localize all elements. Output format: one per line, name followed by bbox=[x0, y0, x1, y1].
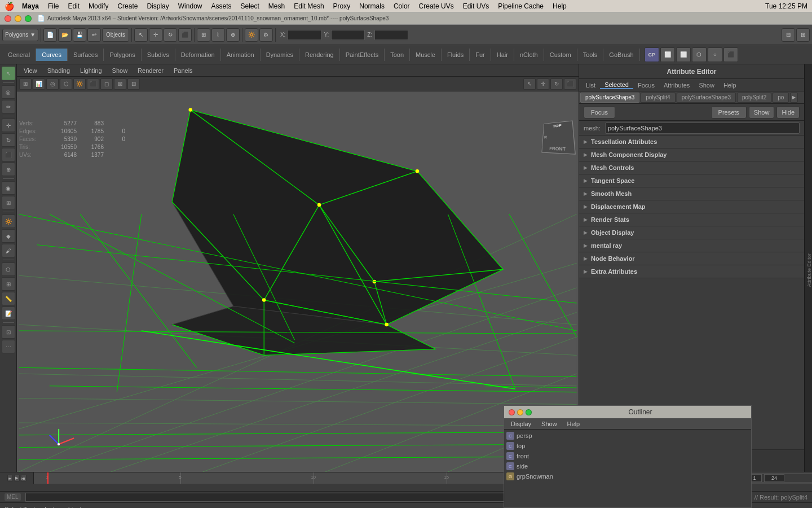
menu-edit[interactable]: Edit bbox=[68, 2, 80, 10]
menu-proxy[interactable]: Proxy bbox=[333, 2, 351, 10]
menu-mesh[interactable]: Mesh bbox=[268, 2, 285, 10]
section-tangent-header[interactable]: ▶ Tangent Space bbox=[579, 174, 804, 187]
attr-tab-help[interactable]: Help bbox=[719, 82, 741, 89]
menu-select[interactable]: Select bbox=[241, 2, 259, 10]
shelf-tab-ncloth[interactable]: nCloth bbox=[514, 49, 544, 61]
outliner-help-menu[interactable]: Help bbox=[563, 421, 585, 427]
section-object-display-header[interactable]: ▶ Object Display bbox=[579, 226, 804, 239]
show-menu[interactable]: Show bbox=[108, 64, 133, 77]
shelf-tab-fluids[interactable]: Fluids bbox=[442, 49, 470, 61]
prev-frame-btn[interactable]: ⏮ bbox=[7, 475, 13, 481]
vp-move-btn[interactable]: ✛ bbox=[537, 78, 549, 90]
hypershade-btn[interactable]: ◆ bbox=[2, 229, 15, 243]
scale-tool-btn[interactable]: ⬛ bbox=[178, 28, 192, 42]
vp-btn-1[interactable]: ⊞ bbox=[19, 78, 32, 90]
shelf-tab-tools[interactable]: Tools bbox=[577, 49, 604, 61]
vp-btn-8[interactable]: ⊠ bbox=[114, 78, 126, 90]
shape-tab-polysplit4[interactable]: polySplit4 bbox=[641, 93, 675, 103]
view-menu[interactable]: View bbox=[19, 64, 42, 77]
show-button[interactable]: Show bbox=[749, 106, 775, 119]
focus-button[interactable]: Focus bbox=[584, 106, 615, 119]
menu-color[interactable]: Color bbox=[394, 2, 410, 10]
soft-select-btn[interactable]: ◉ bbox=[2, 181, 15, 195]
attr-tab-focus[interactable]: Focus bbox=[633, 82, 659, 89]
outliner-item-top[interactable]: C top bbox=[506, 441, 749, 451]
minimize-button[interactable] bbox=[15, 15, 21, 22]
end-frame-field[interactable]: 24 bbox=[764, 474, 784, 482]
outliner-show-menu[interactable]: Show bbox=[537, 421, 562, 427]
menu-create-uvs[interactable]: Create UVs bbox=[419, 2, 454, 10]
menu-pipeline-cache[interactable]: Pipeline Cache bbox=[498, 2, 544, 10]
snap-curve-btn[interactable]: ⌇ bbox=[211, 28, 225, 42]
lighting-menu[interactable]: Lighting bbox=[76, 64, 107, 77]
shelf-tab-toon[interactable]: Toon bbox=[385, 49, 410, 61]
menu-edit-uvs[interactable]: Edit UVs bbox=[463, 2, 489, 10]
shape-tab-polysplit2[interactable]: polySplit2 bbox=[737, 93, 771, 103]
play-btn[interactable]: ▶ bbox=[14, 475, 20, 481]
menu-assets[interactable]: Assets bbox=[211, 2, 231, 10]
polygon-display-btn[interactable]: ⬡ bbox=[2, 262, 15, 276]
shelf-icon-3[interactable]: ⬡ bbox=[692, 47, 707, 62]
select-tool-btn[interactable]: ↖ bbox=[2, 67, 15, 80]
close-button[interactable] bbox=[5, 15, 11, 22]
menu-create[interactable]: Create bbox=[117, 2, 138, 10]
save-btn[interactable]: 💾 bbox=[73, 28, 86, 42]
shelf-tab-animation[interactable]: Animation bbox=[221, 49, 261, 61]
shelf-tab-muscle[interactable]: Muscle bbox=[410, 49, 442, 61]
outliner-item-grpsnowman[interactable]: G grpSnowman bbox=[506, 471, 749, 481]
menu-edit-mesh[interactable]: Edit Mesh bbox=[294, 2, 324, 10]
playhead[interactable] bbox=[47, 472, 48, 484]
menu-modify[interactable]: Modify bbox=[89, 2, 108, 10]
shelf-tab-general[interactable]: General bbox=[2, 49, 36, 61]
shelf-icon-4[interactable]: ○ bbox=[708, 47, 722, 62]
move-tool-btn[interactable]: ✛ bbox=[149, 28, 162, 42]
shelf-tab-deformation[interactable]: Deformation bbox=[175, 49, 221, 61]
section-extra-attrs-header[interactable]: ▶ Extra Attributes bbox=[579, 265, 804, 278]
apple-menu[interactable]: 🍎 bbox=[5, 2, 14, 11]
shelf-tab-curves[interactable]: Curves bbox=[36, 49, 68, 61]
annotate-btn[interactable]: 📝 bbox=[2, 306, 15, 320]
shelf-tab-gobrush[interactable]: GoBrush bbox=[603, 49, 639, 61]
shelf-tab-fur[interactable]: Fur bbox=[470, 49, 491, 61]
new-file-btn[interactable]: 📄 bbox=[43, 28, 57, 42]
vp-btn-4[interactable]: ⬡ bbox=[60, 78, 72, 90]
open-file-btn[interactable]: 📂 bbox=[58, 28, 72, 42]
paint-skin-btn[interactable]: 🖌 bbox=[2, 244, 15, 257]
shape-tab-po[interactable]: po bbox=[773, 93, 789, 103]
scale-btn[interactable]: ⬛ bbox=[2, 148, 15, 161]
y-field[interactable] bbox=[331, 30, 365, 40]
attr-tab-attributes[interactable]: Attributes bbox=[659, 82, 694, 89]
snap-grid-btn[interactable]: ⊞ bbox=[197, 28, 210, 42]
attr-tab-show[interactable]: Show bbox=[694, 82, 719, 89]
mesh-name-field[interactable]: polySurfaceShape3 bbox=[605, 122, 800, 134]
shelf-icon-cp[interactable]: CP bbox=[645, 47, 659, 62]
grid-btn[interactable]: ⊞ bbox=[2, 277, 15, 291]
section-node-behavior-header[interactable]: ▶ Node Behavior bbox=[579, 252, 804, 265]
paint-select-btn[interactable]: ✏ bbox=[2, 100, 15, 113]
shelf-icon-1[interactable]: ⬜ bbox=[660, 47, 675, 62]
shelf-icon-5[interactable]: ⬛ bbox=[723, 47, 738, 62]
vp-btn-5[interactable]: 🔆 bbox=[73, 78, 86, 90]
outliner-item-front[interactable]: C front bbox=[506, 451, 749, 461]
section-smooth-header[interactable]: ▶ Smooth Mesh bbox=[579, 187, 804, 200]
shading-menu[interactable]: Shading bbox=[43, 64, 74, 77]
crease-btn[interactable]: ⋯ bbox=[2, 340, 15, 353]
shape-tab-polysurface3b[interactable]: polySurfaceShape3 bbox=[677, 93, 736, 103]
shelf-icon-2[interactable]: ⬜ bbox=[676, 47, 691, 62]
shelf-tab-subdivs[interactable]: Subdivs bbox=[142, 49, 175, 61]
vp-rotate-btn[interactable]: ↻ bbox=[550, 78, 563, 90]
show-manip-btn[interactable]: ⊞ bbox=[2, 196, 15, 209]
shape-tab-scroll-right[interactable]: ▶ bbox=[790, 93, 798, 103]
rotate-tool-btn[interactable]: ↻ bbox=[164, 28, 177, 42]
renderer-menu[interactable]: Renderer bbox=[133, 64, 168, 77]
outliner-item-side[interactable]: C side bbox=[506, 461, 749, 471]
snap-point-btn[interactable]: ⊕ bbox=[226, 28, 240, 42]
next-frame-btn[interactable]: ⏭ bbox=[21, 475, 27, 481]
shelf-tab-painteffects[interactable]: PaintEffects bbox=[340, 49, 385, 61]
outliner-item-persp[interactable]: C persp bbox=[506, 431, 749, 441]
viewport-canvas[interactable]: Verts: 5277 883 Edges: 10605 1785 0 Face… bbox=[17, 91, 579, 472]
view-options-btn[interactable]: ⊞ bbox=[796, 28, 810, 42]
shelf-tab-dynamics[interactable]: Dynamics bbox=[261, 49, 299, 61]
vp-btn-2[interactable]: 📊 bbox=[33, 78, 45, 90]
vp-btn-6[interactable]: ⬛ bbox=[87, 78, 99, 90]
